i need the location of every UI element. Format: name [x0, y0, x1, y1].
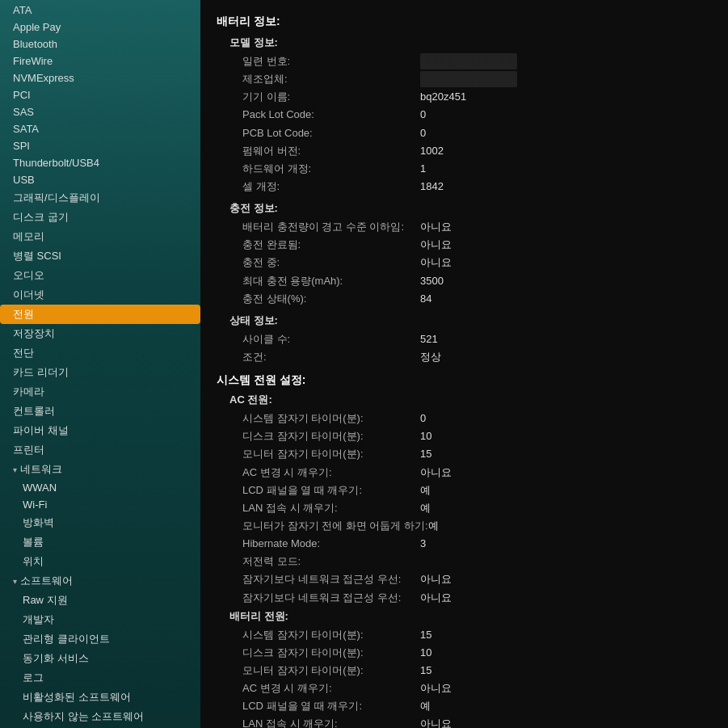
sidebar-item-software[interactable]: ▾소프트웨어: [0, 571, 200, 591]
ac-power-block: AC 전원: 시스템 잠자기 타이머(분):0디스크 잠자기 타이머(분):10…: [229, 393, 712, 606]
ac-power-info-block: 시스템 잠자기 타이머(분):0디스크 잠자기 타이머(분):10모니터 잠자기…: [242, 410, 712, 606]
system-power-section: 시스템 전원 설정: AC 전원: 시스템 잠자기 타이머(분):0디스크 잠자…: [217, 373, 712, 728]
info-label: 사이클 수:: [242, 331, 420, 347]
sidebar-item-parallel-scsi[interactable]: 병렬 SCSI: [0, 246, 200, 266]
sidebar-item-card-reader[interactable]: 카드 리더기: [0, 363, 200, 382]
info-value: 15: [420, 663, 431, 679]
info-value: 아니요: [420, 237, 452, 253]
info-value: 84: [420, 291, 431, 307]
info-value: bq20z451: [420, 89, 466, 105]
sidebar-item-label: 프린터: [13, 444, 44, 456]
sidebar-item-raw-support[interactable]: Raw 지원: [0, 591, 200, 610]
info-value: 0: [420, 107, 426, 123]
sidebar-item-apple-pay[interactable]: Apple Pay: [0, 19, 200, 36]
sidebar-item-label: 위치: [23, 555, 44, 567]
info-value: 아니요: [420, 571, 452, 587]
sidebar-item-firewall[interactable]: 방화벽: [0, 513, 200, 532]
info-row: 사이클 수:521: [242, 331, 712, 347]
info-row: 배터리 충전량이 경고 수준 이하임:아니요: [242, 219, 712, 235]
info-label: 시스템 잠자기 타이머(분):: [242, 627, 420, 643]
info-value: 0: [420, 410, 426, 427]
sidebar-item-pci[interactable]: PCI: [0, 86, 200, 103]
info-label: 일련 번호:: [242, 53, 420, 69]
info-label: 잠자기보다 네트워크 접근성 우선:: [242, 571, 420, 587]
info-value: 10: [420, 645, 431, 661]
status-info-block: 사이클 수:521조건:정상: [242, 331, 712, 365]
sidebar-item-sync-services[interactable]: 동기화 서비스: [0, 649, 200, 668]
sidebar-item-fiber-channel[interactable]: 파이버 채널: [0, 421, 200, 440]
info-row: Pack Lot Code:0: [242, 107, 712, 123]
sidebar-item-ata[interactable]: ATA: [0, 2, 200, 19]
sidebar-item-sata[interactable]: SATA: [0, 120, 200, 137]
sidebar-item-thunderbolt[interactable]: Thunderbolt/USB4: [0, 154, 200, 171]
info-value: 예: [420, 482, 431, 499]
sidebar-item-location[interactable]: 위치: [0, 552, 200, 571]
info-value: 10: [420, 428, 431, 444]
sidebar-item-label: 사용하지 않는 소프트웨어: [23, 710, 144, 722]
sidebar-item-graphics[interactable]: 그래픽/디스플레이: [0, 188, 200, 208]
info-label: LAN 접속 시 깨우기:: [242, 500, 420, 516]
info-row: LCD 패널을 열 때 깨우기:예: [242, 698, 712, 714]
sidebar-item-volume[interactable]: 볼륨: [0, 532, 200, 552]
sidebar-item-memory[interactable]: 메모리: [0, 227, 200, 246]
sidebar-item-managed-client[interactable]: 관리형 클라이언트: [0, 629, 200, 649]
info-value: 15: [420, 446, 431, 462]
sidebar-item-label: ATA: [13, 4, 32, 16]
sidebar-item-label: Bluetooth: [13, 38, 57, 50]
sidebar-item-nvmexpress[interactable]: NVMExpress: [0, 69, 200, 86]
info-label: 충전 상태(%):: [242, 291, 420, 307]
info-row: 충전 중:아니요: [242, 255, 712, 271]
sidebar-item-network[interactable]: ▾네트워크: [0, 460, 200, 479]
sidebar: ATAApple PayBluetoothFireWireNVMExpressP…: [0, 0, 200, 728]
sidebar-item-label: 관리형 클라이언트: [23, 633, 110, 645]
sidebar-item-power[interactable]: 전원: [0, 305, 200, 324]
info-value: 0: [420, 125, 426, 141]
sidebar-item-sas[interactable]: SAS: [0, 103, 200, 120]
sidebar-item-ethernet[interactable]: 이더넷: [0, 285, 200, 305]
info-row: 하드웨어 개정:1: [242, 161, 712, 177]
sidebar-item-storage[interactable]: 저장장치: [0, 324, 200, 343]
sidebar-item-developer[interactable]: 개발자: [0, 610, 200, 629]
info-value: 아니요: [420, 680, 452, 696]
sidebar-item-printer[interactable]: 프린터: [0, 440, 200, 460]
sidebar-item-disabled-software[interactable]: 비활성화된 소프트웨어: [0, 688, 200, 707]
sidebar-item-label: 전단: [13, 347, 34, 359]
battery-power-block: 배터리 전원: 시스템 잠자기 타이머(분):15디스크 잠자기 타이머(분):…: [229, 609, 712, 728]
charge-section: 충전 정보: 배터리 충전량이 경고 수준 이하임:아니요충전 완료됨:아니요충…: [229, 201, 712, 307]
info-value: 예: [428, 518, 439, 534]
info-value: 1: [420, 161, 426, 177]
sidebar-item-logs[interactable]: 로그: [0, 668, 200, 688]
sidebar-item-usb[interactable]: USB: [0, 171, 200, 188]
info-row: 디스크 잠자기 타이머(분):10: [242, 428, 712, 444]
info-value: 521: [420, 331, 438, 347]
sidebar-item-label: Raw 지원: [23, 594, 68, 606]
sidebar-item-unused-software[interactable]: 사용하지 않는 소프트웨어: [0, 707, 200, 726]
sidebar-item-wifi[interactable]: Wi-Fi: [0, 496, 200, 513]
info-row: 모니터 잠자기 타이머(분):15: [242, 663, 712, 679]
sidebar-item-label: 동기화 서비스: [23, 652, 89, 664]
info-label: 디스크 잠자기 타이머(분):: [242, 428, 420, 444]
sidebar-item-audio[interactable]: 오디오: [0, 266, 200, 285]
sidebar-item-disc-burning[interactable]: 디스크 굽기: [0, 208, 200, 227]
info-row: 셀 개정:1842: [242, 179, 712, 195]
info-label: LCD 패널을 열 때 깨우기:: [242, 482, 420, 499]
info-row: 모니터가 잠자기 전에 화면 어둡게 하기:예: [242, 518, 712, 534]
sidebar-item-camera[interactable]: 카메라: [0, 382, 200, 402]
info-value: 3500: [420, 273, 444, 289]
info-label: LAN 접속 시 깨우기:: [242, 716, 420, 728]
sidebar-item-jeondan[interactable]: 전단: [0, 343, 200, 363]
sidebar-item-label: 이더넷: [13, 288, 44, 301]
sidebar-item-label: 소프트웨어: [20, 574, 73, 588]
sidebar-item-bluetooth[interactable]: Bluetooth: [0, 36, 200, 53]
sidebar-item-controller[interactable]: 컨트롤러: [0, 402, 200, 421]
info-label: 충전 중:: [242, 255, 420, 271]
sidebar-item-wwan[interactable]: WWAN: [0, 479, 200, 496]
info-row: 잠자기보다 네트워크 접근성 우선:아니요: [242, 571, 712, 587]
charge-section-title: 충전 정보:: [229, 201, 712, 216]
ac-power-title: AC 전원:: [229, 393, 712, 407]
model-info-block: 일련 번호:████████████제조업체:████████████기기 이름…: [242, 53, 712, 195]
info-value: 아니요: [420, 716, 452, 728]
sidebar-item-firewire[interactable]: FireWire: [0, 53, 200, 69]
sidebar-item-label: 방화벽: [23, 516, 54, 528]
sidebar-item-spi[interactable]: SPI: [0, 137, 200, 154]
